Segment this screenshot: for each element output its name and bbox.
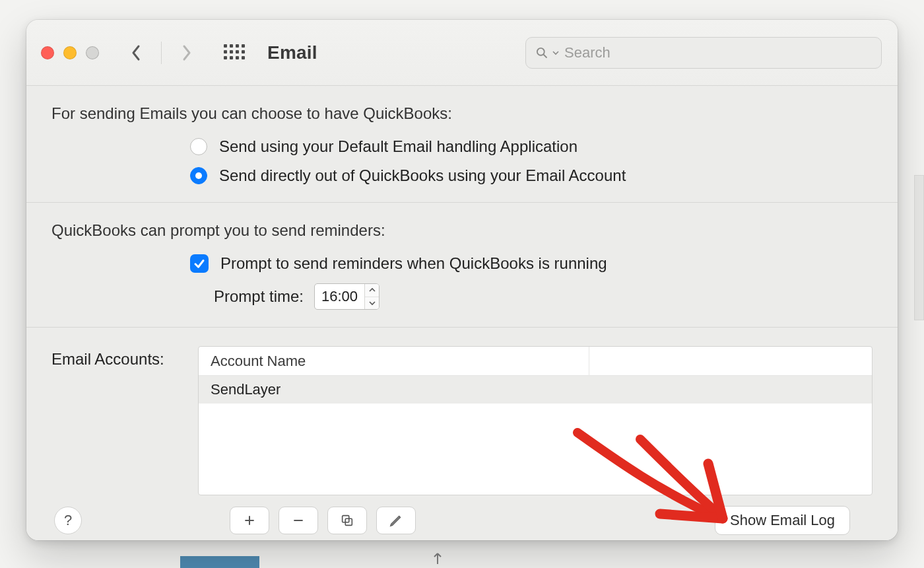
radio-icon: [190, 167, 207, 184]
edit-account-button[interactable]: [376, 507, 416, 534]
sending-method-lead: For sending Emails you can choose to hav…: [51, 104, 873, 123]
checkbox-label: Prompt to send reminders when QuickBooks…: [220, 254, 607, 273]
window-toolbar: Email: [26, 20, 898, 86]
prompt-time-row: Prompt time: 16:00: [214, 283, 873, 310]
plus-icon: [243, 514, 256, 527]
svg-point-0: [537, 48, 544, 55]
preferences-window: Email For sending Emails you can choose …: [26, 20, 898, 540]
minimize-window-button[interactable]: [63, 46, 77, 59]
back-button[interactable]: [123, 40, 149, 66]
close-window-button[interactable]: [41, 46, 54, 59]
radio-option-direct[interactable]: Send directly out of QuickBooks using yo…: [190, 166, 873, 185]
duplicate-icon: [340, 513, 354, 528]
traffic-lights: [41, 46, 99, 59]
email-accounts-table[interactable]: Account Name SendLayer: [198, 346, 873, 495]
duplicate-account-button[interactable]: [327, 507, 367, 534]
reminders-lead: QuickBooks can prompt you to send remind…: [51, 221, 873, 240]
zoom-window-button[interactable]: [86, 46, 99, 59]
radio-option-default[interactable]: Send using your Default Email handling A…: [190, 137, 873, 156]
minus-icon: [292, 514, 305, 527]
radio-label: Send using your Default Email handling A…: [219, 137, 578, 156]
email-accounts-section: Email Accounts: Account Name SendLayer ?: [26, 328, 898, 540]
background-decor: [180, 556, 259, 568]
prompt-time-field[interactable]: 16:00: [314, 283, 380, 310]
forward-button[interactable]: [174, 40, 200, 66]
window-title: Email: [267, 42, 317, 63]
checkbox-prompt-reminders[interactable]: Prompt to send reminders when QuickBooks…: [190, 254, 873, 273]
background-decor: [914, 175, 924, 320]
help-button[interactable]: ?: [54, 507, 82, 534]
search-icon: [535, 46, 548, 59]
account-name-cell: SendLayer: [211, 381, 280, 398]
table-header: Account Name: [199, 347, 872, 376]
reminders-section: QuickBooks can prompt you to send remind…: [26, 203, 898, 328]
time-stepper[interactable]: [364, 284, 379, 309]
toolbar-separator: [161, 42, 162, 64]
column-header-account-name[interactable]: Account Name: [199, 347, 589, 375]
resize-handle-icon: [430, 550, 446, 565]
accounts-footer: ? Show Email Log: [51, 495, 873, 535]
show-email-log-label: Show Email Log: [730, 512, 835, 529]
table-row[interactable]: SendLayer: [199, 376, 872, 404]
help-icon: ?: [64, 512, 72, 529]
radio-label: Send directly out of QuickBooks using yo…: [219, 166, 626, 185]
add-account-button[interactable]: [230, 507, 269, 534]
chevron-down-icon: [552, 50, 559, 56]
stepper-up-icon[interactable]: [365, 284, 379, 297]
search-field-container[interactable]: [525, 37, 882, 69]
radio-icon: [190, 138, 207, 155]
pencil-icon: [389, 513, 403, 528]
search-input[interactable]: [563, 44, 872, 62]
svg-line-1: [544, 54, 547, 57]
show-all-prefs-button[interactable]: [224, 44, 245, 61]
stepper-down-icon[interactable]: [365, 297, 379, 310]
prompt-time-label: Prompt time:: [214, 287, 304, 306]
checkbox-icon: [190, 254, 209, 273]
show-email-log-button[interactable]: Show Email Log: [715, 506, 850, 535]
remove-account-button[interactable]: [279, 507, 318, 534]
email-accounts-label: Email Accounts:: [51, 346, 183, 495]
prompt-time-value: 16:00: [315, 284, 364, 309]
sending-method-section: For sending Emails you can choose to hav…: [26, 86, 898, 203]
